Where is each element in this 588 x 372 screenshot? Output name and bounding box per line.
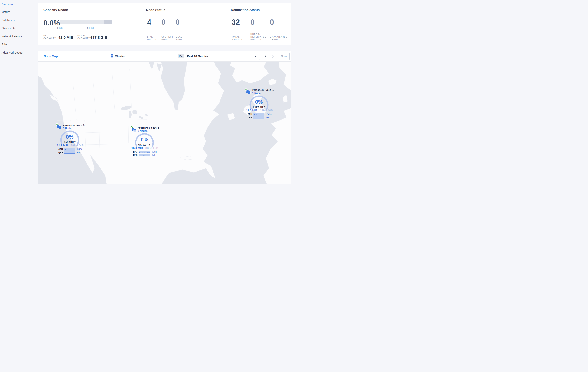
capacity-used-percent: 0.0% bbox=[43, 19, 60, 27]
locality-name: region=us-east-1 bbox=[138, 127, 159, 129]
qps-label: QPS bbox=[248, 116, 253, 118]
capacity-total-value: 338.9 GiB bbox=[146, 147, 158, 150]
view-mode-dropdown[interactable]: Node Map bbox=[44, 51, 61, 62]
cpu-label: CPU bbox=[133, 151, 139, 153]
sidebar-item-databases[interactable]: Databases bbox=[0, 16, 38, 24]
capacity-axis-label-400: 400 GiB bbox=[84, 27, 97, 29]
world-map bbox=[38, 62, 291, 184]
capacity-gauge: 0% CAPACITY bbox=[60, 130, 80, 145]
sidebar: Overview Metrics Databases Statements Ne… bbox=[0, 0, 38, 186]
sidebar-item-advanced-debug[interactable]: Advanced Debug bbox=[0, 48, 38, 57]
time-forward-button[interactable] bbox=[270, 53, 276, 60]
scandinavia-landmass bbox=[279, 62, 291, 91]
node-map-panel: Node Map Cluster 10m Past 10 Minutes bbox=[38, 51, 291, 184]
suspect-nodes-value: 0 bbox=[161, 19, 176, 26]
qps-label: QPS bbox=[133, 154, 139, 156]
time-back-button[interactable] bbox=[262, 53, 270, 60]
map-pin-icon bbox=[111, 54, 113, 58]
sidebar-item-statements[interactable]: Statements bbox=[0, 24, 38, 32]
sidebar-item-jobs[interactable]: Jobs bbox=[0, 41, 38, 49]
capacity-label: CAPACITY bbox=[135, 144, 154, 146]
qps-sparkline bbox=[139, 154, 150, 156]
qps-value: 0.0 bbox=[77, 151, 80, 153]
capacity-percent: 0% bbox=[60, 134, 80, 140]
cpu-sparkline bbox=[253, 113, 264, 116]
capacity-bar-tail bbox=[104, 21, 112, 24]
node-status-title: Node Status bbox=[146, 8, 165, 12]
toolbar-divider bbox=[172, 52, 172, 60]
capacity-gauge: 0% CAPACITY bbox=[135, 133, 154, 148]
used-capacity-value: 41.0 MiB bbox=[58, 35, 73, 40]
sidebar-item-network-latency[interactable]: Network Latency bbox=[0, 32, 38, 41]
capacity-total-value: 169.4 GiB bbox=[260, 109, 273, 112]
chevron-right-icon bbox=[272, 55, 274, 58]
qps-label: QPS bbox=[58, 151, 64, 153]
cpu-sparkline bbox=[64, 148, 75, 151]
capacity-axis-tick bbox=[60, 25, 60, 26]
node-map-toolbar: Node Map Cluster 10m Past 10 Minutes bbox=[38, 51, 291, 62]
capacity-axis-label-0: 0 GiB bbox=[53, 27, 67, 29]
jutland-peninsula bbox=[283, 95, 288, 103]
newfoundland-island bbox=[227, 113, 235, 120]
capacity-bar bbox=[60, 21, 112, 24]
chevron-down-icon bbox=[255, 56, 257, 57]
dead-nodes-label: DEAD NODES bbox=[176, 36, 187, 41]
cpu-value: 2.4% bbox=[266, 113, 272, 115]
unavailable-ranges-value: 0 bbox=[270, 19, 290, 26]
locality-widget-us-west-1[interactable]: region=us-west-1 1 Node 0% CAPACITY 12.2… bbox=[55, 123, 84, 154]
time-range-dropdown[interactable]: 10m Past 10 Minutes bbox=[176, 53, 260, 60]
locality-widget-eu-west-1[interactable]: region=eu-west-1 1 Node 0% CAPACITY 12.5… bbox=[244, 88, 273, 119]
database-stack-icon bbox=[246, 90, 251, 94]
cpu-value: 3.2% bbox=[77, 148, 82, 150]
sidebar-item-overview[interactable]: Overview bbox=[0, 0, 38, 8]
breadcrumb[interactable]: Cluster bbox=[111, 51, 125, 62]
cpu-value: 5.2% bbox=[152, 151, 157, 153]
capacity-axis-tick bbox=[75, 25, 75, 26]
capacity-used-value: 12.2 MiB bbox=[57, 144, 68, 147]
live-nodes-stat: 4 LIVE NODES bbox=[147, 19, 161, 41]
total-ranges-stat: 32 TOTAL RANGES bbox=[231, 19, 251, 41]
chevron-left-icon bbox=[265, 55, 267, 58]
capacity-label: CAPACITY bbox=[249, 106, 269, 108]
locality-node-count: 2 Nodes bbox=[138, 129, 147, 132]
time-step-buttons bbox=[262, 53, 276, 60]
replication-stats: 32 TOTAL RANGES 0 UNDER-REPLICATED RANGE… bbox=[231, 19, 290, 41]
europe-landmass bbox=[263, 108, 291, 184]
qps-value: 0.0 bbox=[152, 154, 155, 156]
locality-widget-us-east-1[interactable]: region=us-east-1 2 Nodes 0% CAPACITY 16.… bbox=[130, 126, 159, 157]
locality-name: region=us-west-1 bbox=[63, 124, 84, 127]
capacity-total-value: 169.4 GiB bbox=[71, 144, 84, 147]
suspect-nodes-stat: 0 SUSPECT NODES bbox=[161, 19, 176, 41]
iceland-island bbox=[268, 79, 277, 85]
node-status-stats: 4 LIVE NODES 0 SUSPECT NODES 0 DEAD NODE… bbox=[147, 19, 190, 41]
now-button-label: Now bbox=[281, 55, 287, 58]
view-mode-label: Node Map bbox=[44, 54, 58, 58]
capacity-percent: 0% bbox=[249, 99, 269, 105]
capacity-used-value: 16.3 MiB bbox=[131, 147, 143, 150]
locality-node-count: 1 Node bbox=[63, 127, 71, 130]
used-capacity-label: USED CAPACITY bbox=[43, 34, 57, 40]
greenland-landmass bbox=[230, 62, 269, 84]
now-button[interactable]: Now bbox=[278, 53, 290, 60]
db-console-overview-page: Overview Metrics Databases Statements Ne… bbox=[0, 0, 294, 186]
under-replicated-ranges-label: UNDER-REPLICATED RANGES bbox=[251, 33, 269, 41]
capacity-gauge: 0% CAPACITY bbox=[249, 95, 269, 110]
sidebar-item-metrics[interactable]: Metrics bbox=[0, 8, 38, 16]
chevron-down-icon bbox=[60, 56, 61, 57]
live-nodes-value: 4 bbox=[147, 19, 161, 26]
capacity-axis-tick bbox=[106, 25, 106, 26]
cpu-sparkline bbox=[139, 151, 150, 153]
usable-capacity-value: 677.8 GiB bbox=[90, 35, 107, 40]
database-stack-icon bbox=[57, 125, 62, 129]
north-america-landmass bbox=[38, 62, 224, 184]
breadcrumb-label: Cluster bbox=[115, 54, 125, 58]
qps-sparkline bbox=[64, 151, 75, 154]
locality-node-count: 1 Node bbox=[252, 92, 261, 95]
time-range-label: Past 10 Minutes bbox=[187, 55, 209, 58]
live-nodes-label: LIVE NODES bbox=[147, 36, 159, 41]
qps-sparkline bbox=[253, 116, 264, 119]
cpu-label: CPU bbox=[248, 113, 253, 115]
dead-nodes-value: 0 bbox=[176, 19, 190, 26]
total-ranges-value: 32 bbox=[231, 19, 251, 26]
hispaniola-island bbox=[196, 161, 200, 162]
